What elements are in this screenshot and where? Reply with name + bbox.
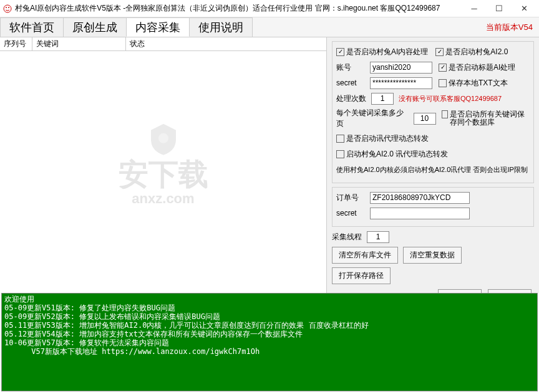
lbl-secret: secret [336,79,366,87]
lbl-process-count: 处理次数 [336,93,366,104]
chk-ai20-proxy[interactable]: 启动村兔AI2.0 讯代理动态转发 [336,149,448,160]
version-label: 当前版本V54 [486,17,539,37]
secret2-input[interactable] [370,208,470,219]
maximize-button[interactable]: ☐ [487,0,512,17]
svg-point-3 [158,133,168,143]
note-ai20-ip: 使用村兔AI2.0内核必须启动村兔AI2.0讯代理 否则会出现IP限制 [336,165,528,174]
titlebar: 村兔AI原创内容生成软件V5版本 -全网独家原创算法（非近义词伪原创）适合任何行… [0,0,539,17]
lbl-pages-per-kw: 每个关键词采集多少页 [336,108,409,129]
lbl-order: 订单号 [336,193,366,203]
app-icon [2,4,12,14]
tab-collect[interactable]: 内容采集 [126,17,190,37]
chk-same-db[interactable]: 是否启动所有关键词保存同个数据库 [442,110,530,127]
pages-per-kw-input[interactable] [414,113,436,125]
close-button[interactable]: ✕ [512,0,537,17]
open-path-button[interactable]: 打开保存路径 [332,267,391,284]
keyword-list-panel: 序列号 关键词 状态 安下载 anxz.com [0,37,327,293]
account-input[interactable] [370,62,432,74]
chk-ai-content[interactable]: ✓是否启动村兔AI内容处理 [336,47,428,57]
list-header: 序列号 关键词 状态 [0,37,326,51]
tab-generate[interactable]: 原创生成 [63,17,127,37]
clear-dup-button[interactable]: 清空重复数据 [403,247,462,264]
tab-help[interactable]: 使用说明 [189,17,253,37]
chk-ai20[interactable]: ✓是否启动村兔AI2.0 [435,47,508,57]
watermark: 安下载 anxz.com [119,121,208,206]
col-serial[interactable]: 序列号 [0,37,32,50]
col-keyword[interactable]: 关键词 [32,37,126,50]
log-area[interactable]: 欢迎使用 05-09更新V51版本: 修复了处理内容失败BUG问题 05-09更… [1,293,538,391]
note-no-account: 没有账号可联系客服QQ12499687 [399,94,502,103]
list-body[interactable]: 安下载 anxz.com [0,51,326,293]
lbl-threads: 采集线程 [332,232,362,242]
order-input[interactable] [370,192,470,204]
minimize-button[interactable]: ─ [462,0,487,17]
chk-title-ai[interactable]: ✓是否启动标题AI处理 [439,62,515,73]
process-count-input[interactable] [371,93,394,105]
chk-save-txt[interactable]: 保存本地TXT文本 [439,78,508,88]
clear-lib-button[interactable]: 清空所有库文件 [332,247,398,264]
tab-bar: 软件首页 原创生成 内容采集 使用说明 当前版本V54 [0,17,539,37]
secret-input[interactable] [370,77,432,89]
settings-panel: ✓是否启动村兔AI内容处理 ✓是否启动村兔AI2.0 账号 ✓是否启动标题AI处… [327,37,539,293]
window-title: 村兔AI原创内容生成软件V5版本 -全网独家原创算法（非近义词伪原创）适合任何行… [15,3,462,14]
lbl-account: 账号 [336,62,366,73]
svg-point-0 [4,5,11,12]
svg-point-2 [8,7,9,8]
window-controls: ─ ☐ ✕ [462,0,537,17]
col-status[interactable]: 状态 [126,37,326,50]
start-button[interactable]: 启动 [438,289,482,293]
pause-button[interactable]: 暂停 [488,289,532,293]
lbl-secret2: secret [336,209,366,218]
threads-input[interactable] [367,231,389,243]
chk-proxy-forward[interactable]: 是否启动讯代理动态转发 [336,133,429,144]
svg-point-1 [6,7,7,8]
tab-home[interactable]: 软件首页 [0,17,64,37]
